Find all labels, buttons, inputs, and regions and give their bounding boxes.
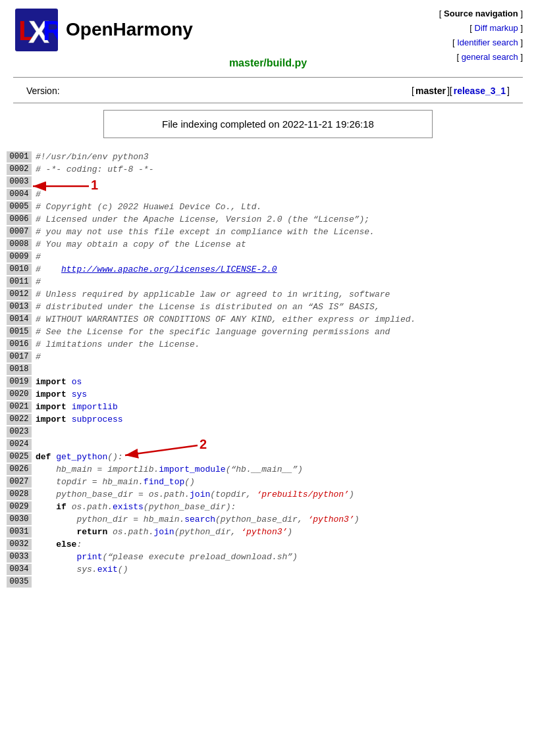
line-content: # Licensed under the Apache License, Ver… bbox=[36, 214, 369, 226]
table-row: 0035 bbox=[7, 576, 529, 589]
version-divider bbox=[13, 103, 523, 103]
table-row: 0013 # distributed under the License is … bbox=[7, 301, 529, 314]
line-content: python_dir = hb_main.search(python_base_… bbox=[36, 514, 360, 526]
table-row: 0016 # limitations under the License. bbox=[7, 339, 529, 351]
line-content: # http://www.apache.org/licenses/LICENSE… bbox=[36, 264, 277, 276]
logo-area: L X R OpenHarmony bbox=[13, 7, 193, 53]
identifier-search-link[interactable]: Identifier search bbox=[457, 38, 518, 47]
line-number[interactable]: 0005 bbox=[7, 201, 32, 213]
line-number[interactable]: 0020 bbox=[7, 389, 32, 400]
line-number[interactable]: 0024 bbox=[7, 439, 32, 450]
master-version-link[interactable]: master bbox=[415, 86, 446, 96]
table-row: 0007 # you may not use this file except … bbox=[7, 226, 529, 239]
line-number[interactable]: 0017 bbox=[7, 351, 32, 363]
line-number[interactable]: 0029 bbox=[7, 501, 32, 513]
general-search-link[interactable]: general search bbox=[462, 52, 518, 62]
version-bar: Version: [ master ][ release_3_1 ] bbox=[0, 80, 536, 101]
line-number[interactable]: 0031 bbox=[7, 526, 32, 538]
table-row: 0004 # bbox=[7, 189, 529, 201]
line-number[interactable]: 0001 bbox=[7, 151, 32, 163]
release-version-link[interactable]: release_3_1 bbox=[454, 86, 506, 96]
line-number[interactable]: 0019 bbox=[7, 376, 32, 388]
version-label: Version: bbox=[26, 86, 60, 96]
line-number[interactable]: 0032 bbox=[7, 539, 32, 550]
line-number[interactable]: 0003 bbox=[7, 176, 32, 188]
line-content: import subprocess bbox=[36, 414, 123, 426]
line-content: # WITHOUT WARRANTIES OR CONDITIONS OF AN… bbox=[36, 314, 415, 326]
table-row: 0026 hb_main = importlib.import_module(“… bbox=[7, 464, 529, 476]
table-row: 0022 import subprocess bbox=[7, 414, 529, 426]
page-header: L X R OpenHarmony [ Source navigation ] … bbox=[0, 0, 536, 56]
line-number[interactable]: 0016 bbox=[7, 339, 32, 350]
navigation-links: [ Source navigation ] [ Diff markup ] [ … bbox=[439, 7, 523, 64]
line-number[interactable]: 0033 bbox=[7, 551, 32, 563]
line-content bbox=[36, 439, 41, 451]
line-content bbox=[36, 364, 41, 376]
line-number[interactable]: 0035 bbox=[7, 576, 32, 588]
line-number[interactable]: 0014 bbox=[7, 314, 32, 325]
line-number[interactable]: 0007 bbox=[7, 226, 32, 238]
table-row: 0018 bbox=[7, 364, 529, 376]
table-row: 0020 import sys bbox=[7, 389, 529, 401]
line-content: # limitations under the License. bbox=[36, 339, 200, 351]
line-content bbox=[36, 426, 41, 439]
line-number[interactable]: 0034 bbox=[7, 564, 32, 575]
line-number[interactable]: 0010 bbox=[7, 264, 32, 275]
table-row: 0011 # bbox=[7, 276, 529, 289]
line-number[interactable]: 0008 bbox=[7, 239, 32, 250]
table-row: 0024 bbox=[7, 439, 529, 451]
table-row: 0021 import importlib bbox=[7, 401, 529, 414]
line-number[interactable]: 0021 bbox=[7, 401, 32, 413]
line-number[interactable]: 0025 bbox=[7, 451, 32, 463]
table-row: 0034 sys.exit() bbox=[7, 564, 529, 576]
line-number[interactable]: 0022 bbox=[7, 414, 32, 425]
site-title: OpenHarmony bbox=[66, 19, 193, 40]
line-content: import os bbox=[36, 376, 82, 389]
line-number[interactable]: 0028 bbox=[7, 489, 32, 500]
table-row: 0033 print(“please execute preload_downl… bbox=[7, 551, 529, 564]
line-content: sys.exit() bbox=[36, 564, 128, 576]
line-number[interactable]: 0018 bbox=[7, 364, 32, 375]
line-content: # bbox=[36, 189, 41, 201]
line-number[interactable]: 0023 bbox=[7, 426, 32, 438]
line-content: # See the License for the specific langu… bbox=[36, 326, 390, 339]
table-row: 0014 # WITHOUT WARRANTIES OR CONDITIONS … bbox=[7, 314, 529, 326]
table-row: 0002 # -*- coding: utf-8 -*- bbox=[7, 164, 529, 176]
line-number[interactable]: 0015 bbox=[7, 326, 32, 338]
table-row: 0032 else: bbox=[7, 539, 529, 551]
line-content bbox=[36, 576, 41, 589]
line-content bbox=[36, 176, 41, 189]
line-content: # Unless required by applicable law or a… bbox=[36, 289, 390, 301]
table-row: 0027 topdir = hb_main.find_top() bbox=[7, 476, 529, 489]
line-number[interactable]: 0012 bbox=[7, 289, 32, 300]
diff-markup-link[interactable]: Diff markup bbox=[475, 23, 518, 33]
index-message-text: File indexing completed on 2022-11-21 19… bbox=[162, 118, 374, 130]
line-number[interactable]: 0026 bbox=[7, 464, 32, 475]
line-number[interactable]: 0011 bbox=[7, 276, 32, 288]
table-row: 0025 def get_python(): bbox=[7, 451, 529, 464]
line-number[interactable]: 0009 bbox=[7, 251, 32, 263]
version-links: [ master ][ release_3_1 ] bbox=[412, 86, 510, 96]
line-content: # -*- coding: utf-8 -*- bbox=[36, 164, 153, 176]
table-row: 0006 # Licensed under the Apache License… bbox=[7, 214, 529, 226]
line-number[interactable]: 0027 bbox=[7, 476, 32, 488]
table-row: 0031 return os.path.join(python_dir, ‘py… bbox=[7, 526, 529, 539]
table-row: 0028 python_base_dir = os.path.join(topd… bbox=[7, 489, 529, 501]
line-content: # you may not use this file except in co… bbox=[36, 226, 375, 239]
license-link[interactable]: http://www.apache.org/licenses/LICENSE-2… bbox=[61, 265, 277, 274]
lxr-logo[interactable]: L X R bbox=[13, 7, 59, 53]
line-content: print(“please execute preload_download.s… bbox=[36, 551, 298, 564]
line-number[interactable]: 0002 bbox=[7, 164, 32, 175]
table-row: 0012 # Unless required by applicable law… bbox=[7, 289, 529, 301]
source-code: 0001 #!/usr/bin/env python3 0002 # -*- c… bbox=[0, 151, 536, 602]
table-row: 0015 # See the License for the specific … bbox=[7, 326, 529, 339]
source-navigation-label: Source navigation bbox=[444, 9, 518, 18]
line-number[interactable]: 0004 bbox=[7, 189, 32, 200]
line-number[interactable]: 0013 bbox=[7, 301, 32, 313]
table-row: 0010 # http://www.apache.org/licenses/LI… bbox=[7, 264, 529, 276]
header-divider bbox=[13, 77, 523, 78]
line-content: topdir = hb_main.find_top() bbox=[36, 476, 195, 489]
table-row: 0019 import os bbox=[7, 376, 529, 389]
line-number[interactable]: 0030 bbox=[7, 514, 32, 525]
line-number[interactable]: 0006 bbox=[7, 214, 32, 225]
